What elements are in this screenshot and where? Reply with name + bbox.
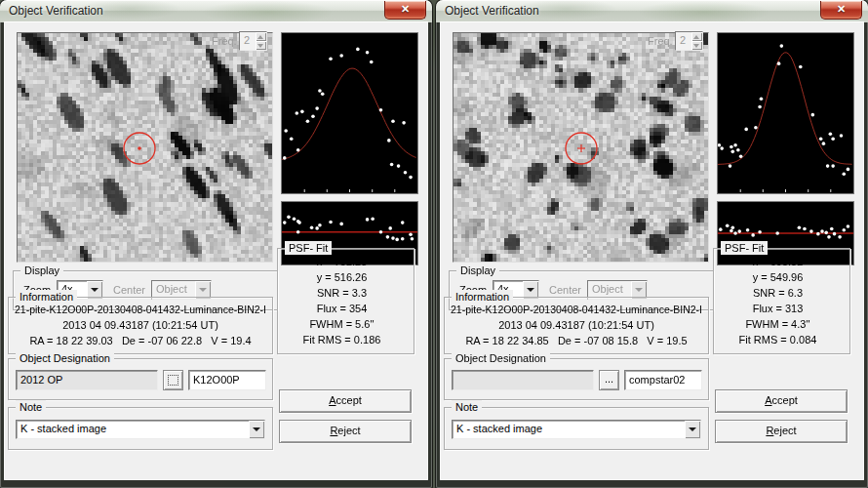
psf-flux-value: Flux = 354 <box>278 303 406 314</box>
accept-accesskey: A <box>329 394 335 406</box>
browse-designation-button[interactable] <box>163 370 183 390</box>
psf-y-value: y = 549.96 <box>714 271 842 283</box>
freq-label: Freq. <box>648 31 673 51</box>
focus-marquee-icon <box>168 375 178 386</box>
title-bar: Object Verification ✕ <box>436 0 868 22</box>
display-group-legend: Display <box>456 264 499 277</box>
psf-x-value: x = 695.32 <box>714 256 842 267</box>
psf-fwhm-value: FWHM = 5.6'' <box>278 318 406 330</box>
psf-fit-group: PSF- Fit x = 695.32 y = 549.96 SNR = 6.3… <box>713 248 850 354</box>
psf-flux-value: Flux = 313 <box>714 303 842 314</box>
object-verification-dialog-right: Object Verification ✕ Display Zoom 4x Ce… <box>436 0 868 488</box>
designation-name-field <box>452 370 594 390</box>
object-designation-legend: Object Designation <box>16 351 114 365</box>
reject-label: eject <box>773 425 796 436</box>
psf-fit-group: PSF- Fit x = 752.23 y = 516.26 SNR = 3.3… <box>277 248 414 354</box>
psf-fwhm-value: FWHM = 4.3'' <box>714 318 842 330</box>
note-select[interactable]: K - stacked image <box>16 420 265 439</box>
accept-button[interactable]: Accept <box>279 389 412 413</box>
psf-rms-value: Fit RMS = 0.084 <box>714 334 842 346</box>
display-group-legend: Display <box>20 264 63 277</box>
reject-button[interactable]: Reject <box>279 420 412 443</box>
freq-spinner: 2 <box>675 31 703 51</box>
note-group-legend: Note <box>16 400 46 414</box>
object-verification-dialog-left: Object Verification ✕ Display Zoom 4x Ce… <box>0 0 432 488</box>
spin-up-button <box>691 32 702 41</box>
packed-designation-input[interactable]: K12O00P <box>188 370 266 390</box>
information-group-legend: Information <box>16 290 77 304</box>
window-title: Object Verification <box>445 4 539 18</box>
browse-button-label: ... <box>605 373 613 385</box>
freq-spinner: 2 <box>239 31 267 51</box>
freq-value: 2 <box>240 32 256 50</box>
star-field-image[interactable] <box>17 32 273 263</box>
designation-name-field: 2012 OP <box>16 370 158 390</box>
title-bar: Object Verification ✕ <box>0 0 432 22</box>
information-group: Information 21-pite-K12O00P-20130408-041… <box>444 297 709 354</box>
close-button[interactable]: ✕ <box>820 1 862 20</box>
object-designation-group: Object Designation 2012 OP K12O00P <box>8 358 273 400</box>
close-icon: ✕ <box>837 3 846 15</box>
freq-label: Freq. <box>212 31 237 51</box>
spin-down-button <box>691 41 702 50</box>
accept-label: ccept <box>336 394 362 406</box>
accept-accesskey: A <box>765 394 771 406</box>
information-group: Information 21-pite-K12O00P-20130408-041… <box>8 297 273 354</box>
object-marker-circle-icon <box>454 33 708 262</box>
psf-profile-plot <box>717 32 854 194</box>
window-title: Object Verification <box>9 4 103 18</box>
accept-label: ccept <box>772 394 798 406</box>
psf-rms-value: Fit RMS = 0.186 <box>278 334 406 346</box>
chevron-down-icon <box>635 288 643 292</box>
note-group: Note K - stacked image <box>8 407 273 450</box>
freq-value: 2 <box>676 32 691 50</box>
note-group: Note K - stacked image <box>444 407 709 450</box>
object-designation-group: Object Designation ... compstar02 <box>444 358 709 400</box>
psf-profile-plot <box>281 32 418 194</box>
triangle-up-icon <box>693 35 699 39</box>
spin-up-button <box>256 32 266 41</box>
close-icon: ✕ <box>401 3 410 15</box>
psf-snr-value: SNR = 3.3 <box>278 287 406 299</box>
note-group-legend: Note <box>452 400 482 414</box>
star-field-image[interactable] <box>453 32 709 263</box>
information-group-legend: Information <box>452 290 513 304</box>
note-selected-value: K - stacked image <box>453 421 685 438</box>
note-dropdown-button[interactable] <box>685 421 700 438</box>
psf-snr-value: SNR = 6.3 <box>714 287 842 299</box>
coordinates-magnitude: RA = 18 22 39.03 De = -07 06 22.8 V = 19… <box>12 335 269 346</box>
object-marker-circle-icon <box>18 33 272 262</box>
triangle-down-icon <box>257 44 263 48</box>
spin-down-button <box>256 41 266 50</box>
note-dropdown-button[interactable] <box>249 421 264 438</box>
observation-datetime: 2013 04 09.43187 (10:21:54 UT) <box>12 319 269 331</box>
browse-designation-button[interactable]: ... <box>599 370 619 390</box>
triangle-up-icon <box>257 35 263 39</box>
psf-y-value: y = 516.26 <box>278 271 406 283</box>
psf-x-value: x = 752.23 <box>278 256 406 267</box>
close-button[interactable]: ✕ <box>384 1 426 20</box>
psf-fit-group-legend: PSF- Fit <box>721 241 768 255</box>
reject-button[interactable]: Reject <box>715 420 848 443</box>
chevron-down-icon <box>253 427 260 431</box>
chevron-down-icon <box>199 288 207 292</box>
chevron-down-icon <box>91 288 99 292</box>
accept-button[interactable]: Accept <box>715 389 848 413</box>
chevron-down-icon <box>689 427 696 431</box>
packed-designation-input[interactable]: compstar02 <box>624 370 702 390</box>
observation-datetime: 2013 04 09.43187 (10:21:54 UT) <box>448 319 705 331</box>
image-filename: 21-pite-K12O00P-20130408-041432-Luminanc… <box>12 304 269 315</box>
chevron-down-icon <box>527 288 534 292</box>
triangle-down-icon <box>693 44 699 48</box>
note-selected-value: K - stacked image <box>17 421 249 438</box>
image-filename: 21-pite-K12O00P-20130408-041432-Luminanc… <box>448 304 705 315</box>
coordinates-magnitude: RA = 18 22 34.85 De = -07 08 15.8 V = 19… <box>448 335 705 346</box>
psf-fit-group-legend: PSF- Fit <box>285 241 332 255</box>
note-select[interactable]: K - stacked image <box>452 420 701 439</box>
reject-label: eject <box>337 425 360 436</box>
object-designation-legend: Object Designation <box>452 351 550 365</box>
